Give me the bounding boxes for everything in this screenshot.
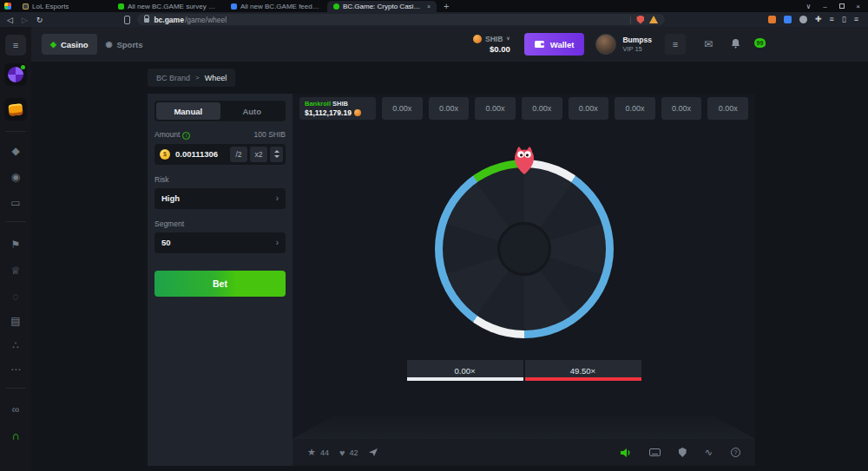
browser-menu-icon[interactable]: ≡ — [854, 16, 858, 23]
share-icon[interactable] — [368, 448, 378, 457]
tab-favicon — [23, 3, 29, 10]
sidebar-item-affiliate[interactable]: ∴ — [4, 334, 27, 357]
sidebar-item-racing[interactable]: ⚑ — [4, 233, 27, 256]
chevron-right-icon: › — [276, 238, 279, 247]
amount-input[interactable]: 0.00111306 — [175, 149, 227, 159]
history-multiplier-button[interactable]: 0.00x — [429, 97, 470, 120]
browser-profile-icon[interactable] — [4, 3, 11, 10]
sidebar-item-links[interactable]: ∞ — [4, 398, 27, 421]
sidebar-menu-button[interactable]: ≡ — [5, 35, 26, 56]
half-amount-button[interactable]: /2 — [230, 147, 247, 162]
sidebar-item-sports[interactable]: ◉ — [4, 166, 27, 188]
result-underline — [525, 377, 641, 381]
history-multiplier-button[interactable]: 0.00x — [522, 97, 562, 120]
gold-coins-icon — [8, 103, 23, 116]
sidebar: ≡ ◆ ◉ ▭ ⚑ ♕ ◌ ▤ ∴ ⋯ ∞ ∩ — [0, 27, 31, 471]
star-count: 44 — [320, 448, 329, 457]
sidebar-item-support[interactable]: ∩ — [4, 424, 27, 447]
amount-stepper[interactable] — [270, 147, 283, 162]
history-multiplier-button[interactable]: 0.00x — [475, 97, 516, 120]
nav-casino-button[interactable]: ◆ Casino — [42, 34, 97, 55]
address-bar[interactable]: bc.game /game/wheel | — [137, 14, 665, 25]
restore-icon — [839, 3, 845, 9]
sidebar-item-coin-rewards[interactable] — [4, 98, 27, 121]
warning-icon[interactable] — [649, 16, 658, 23]
bet-button[interactable]: Bet — [155, 271, 286, 297]
help-icon[interactable]: ? — [731, 448, 740, 457]
window-controls: ∨ – × — [800, 0, 866, 12]
fairness-icon[interactable] — [679, 448, 687, 457]
browser-toolbar: ◁ ▷ ↻ bc.game /game/wheel | ✚ ≡ ▯ ≡ — [0, 12, 868, 27]
spin-wheel-icon — [8, 67, 23, 82]
user-avatar[interactable] — [595, 34, 616, 55]
back-icon[interactable]: ◁ — [7, 16, 13, 24]
info-icon[interactable]: i — [182, 132, 190, 140]
sidebar-item-casino[interactable]: ◆ — [4, 140, 27, 162]
sidebar-item-cards[interactable]: ▤ — [4, 310, 27, 332]
amount-field: $ 0.00111306 /2 x2 — [155, 144, 286, 165]
sidebar-item-bonus[interactable]: ◌ — [4, 285, 27, 308]
double-amount-button[interactable]: x2 — [250, 147, 267, 162]
tab-bcgame-active[interactable]: BC.Game: Crypto Casino Games & × — [327, 1, 437, 12]
history-multiplier-button[interactable]: 0.00x — [569, 97, 609, 120]
history-multiplier-button[interactable]: 0.00x — [661, 97, 702, 120]
wallet-button[interactable]: Wallet — [524, 33, 585, 56]
currency-selector[interactable]: SHIB ∨ $0.00 — [466, 35, 517, 55]
quick-menu-button[interactable]: ≡ — [665, 34, 686, 55]
segment-value: 50 — [161, 238, 171, 247]
star-icon[interactable]: ★ — [307, 447, 316, 458]
hotkeys-icon[interactable] — [649, 448, 661, 456]
step-up-icon[interactable] — [274, 150, 279, 153]
tab-bcgame-feedback[interactable]: All new BC.GAME feedback — [225, 1, 327, 12]
sidebar-item-lottery[interactable]: ▭ — [4, 192, 27, 214]
sidebar-item-spin-promo[interactable] — [4, 63, 27, 86]
extension-icon[interactable] — [784, 16, 792, 23]
live-stats-icon[interactable]: ∿ — [705, 447, 713, 458]
segment-select[interactable]: 50 › — [155, 232, 286, 253]
bet-panel: Manual Auto Amounti 100 SHIB $ 0.0011130… — [148, 94, 293, 466]
extension-icon[interactable] — [768, 16, 776, 23]
nav-sports-button[interactable]: ◉ Sports — [97, 34, 152, 55]
adblock-shield-icon[interactable] — [636, 16, 644, 24]
vip-level: VIP 15 — [622, 45, 652, 53]
game-action-bar: ★ 44 ♥ 42 ∿ ? — [293, 439, 755, 466]
tab-auto[interactable]: Auto — [220, 102, 285, 120]
bell-icon — [731, 38, 740, 49]
amount-max: 100 SHIB — [254, 130, 286, 139]
sidebar-item-forum[interactable]: ⋯ — [4, 358, 27, 381]
extensions-puzzle-icon[interactable]: ✚ — [815, 16, 822, 23]
new-tab-button[interactable]: + — [444, 2, 449, 10]
currency-code: SHIB — [485, 35, 503, 43]
close-window-button[interactable]: × — [850, 0, 866, 12]
breadcrumb: BC Brand > Wheel — [148, 69, 235, 87]
history-multiplier-button[interactable]: 0.00x — [707, 97, 748, 120]
user-info[interactable]: Bumpss VIP 15 — [622, 36, 652, 53]
tab-manual[interactable]: Manual — [156, 102, 220, 120]
divider — [5, 131, 26, 132]
tab-bcgame-survey[interactable]: All new BC.GAME survey & feedback — [112, 1, 225, 12]
sound-on-icon[interactable] — [620, 448, 631, 458]
reading-list-icon[interactable]: ≡ — [830, 16, 834, 23]
sidebar-item-shop[interactable]: ♕ — [4, 259, 27, 282]
side-panel-icon[interactable] — [124, 16, 130, 24]
risk-select[interactable]: High › — [155, 188, 286, 209]
step-down-icon[interactable] — [274, 155, 279, 158]
reload-icon[interactable]: ↻ — [36, 16, 43, 24]
divider — [5, 221, 26, 222]
heart-icon[interactable]: ♥ — [339, 448, 345, 458]
tab-close-icon[interactable]: × — [427, 3, 431, 10]
history-multiplier-button[interactable]: 0.00x — [615, 97, 655, 120]
split-view-icon[interactable]: ▯ — [842, 16, 846, 23]
tab-lol-esports[interactable]: LoL Esports — [16, 1, 112, 12]
extension-icon[interactable] — [799, 16, 807, 23]
minimize-button[interactable]: – — [817, 0, 833, 12]
notifications-button[interactable] — [731, 38, 740, 51]
restore-button[interactable] — [833, 0, 850, 12]
site-header: ◆ Casino ◉ Sports SHIB ∨ $0.00 Wallet Bu… — [31, 27, 868, 62]
breadcrumb-parent[interactable]: BC Brand — [156, 74, 190, 82]
sports-ball-icon: ◉ — [106, 40, 113, 49]
messages-button[interactable]: ✉ — [704, 38, 713, 50]
shib-coin-icon — [473, 35, 482, 43]
tab-search-icon[interactable]: ∨ — [800, 0, 817, 12]
history-multiplier-button[interactable]: 0.00x — [382, 97, 423, 120]
